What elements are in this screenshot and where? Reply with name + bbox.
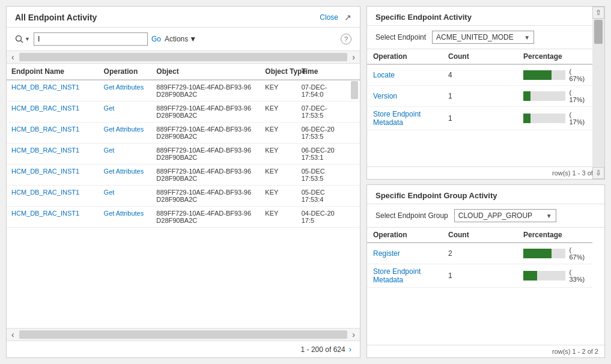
endpoint-scroll-down[interactable]: ⇩ xyxy=(592,167,604,179)
specific-group-title: Specific Endpoint Group Activity xyxy=(367,185,604,204)
table-container: ‹ › Endpoint Name Operation Object Objec… xyxy=(7,51,360,357)
group-select-row: Select Endpoint Group CLOUD_APP_GROUP ▼ xyxy=(367,204,604,228)
col-header-time: Time xyxy=(297,64,350,80)
bar-fill xyxy=(523,271,537,281)
table-row[interactable]: Store Endpoint Metadata 1 ( 17%) xyxy=(367,107,592,130)
horizontal-scrollbar[interactable] xyxy=(19,53,348,61)
cell-endpoint: HCM_DB_RAC_INST1 xyxy=(7,186,99,207)
group-chevron-icon: ▼ xyxy=(546,213,552,219)
panel-header-actions: Close ↗ xyxy=(320,13,351,22)
row-scrollbar xyxy=(349,123,360,144)
cell-endpoint: HCM_DB_RAC_INST1 xyxy=(7,102,99,123)
cell-operation: Register xyxy=(367,243,442,264)
endpoint-select-label: Select Endpoint xyxy=(375,33,426,41)
search-icon xyxy=(15,35,23,43)
cell-objtype: KEY xyxy=(260,80,296,102)
cell-percentage: ( 17%) xyxy=(517,107,592,130)
svg-point-0 xyxy=(16,36,22,41)
specific-endpoint-title: Specific Endpoint Activity xyxy=(367,7,604,26)
go-button[interactable]: Go xyxy=(151,35,161,43)
bar-track xyxy=(523,91,565,101)
group-select-dropdown[interactable]: CLOUD_APP_GROUP ▼ xyxy=(454,209,556,222)
cell-endpoint: HCM_DB_RAC_INST1 xyxy=(7,207,99,228)
cell-count: 4 xyxy=(442,64,517,86)
cell-object: 889FF729-10AE-4FAD-BF93-96D28F90BA2C xyxy=(151,123,260,144)
horizontal-scrollbar-bottom[interactable] xyxy=(19,330,348,339)
bar-fill xyxy=(523,70,552,80)
table-footer: 1 - 200 of 624 › xyxy=(7,341,360,357)
table-row[interactable]: Register 2 ( 67%) xyxy=(367,243,592,264)
col-header-object: Object xyxy=(151,64,260,80)
cell-time: 04-DEC-20 17:5 xyxy=(297,207,350,228)
cell-operation: Get Attributes xyxy=(99,207,152,228)
table-row[interactable]: Store Endpoint Metadata 1 ( 33%) xyxy=(367,264,592,288)
row-scrollbar xyxy=(349,165,360,186)
pagination-label: 1 - 200 of 624 xyxy=(301,345,345,354)
table-row[interactable]: HCM_DB_RAC_INST1 Get 889FF729-10AE-4FAD-… xyxy=(7,144,360,165)
cell-objtype: KEY xyxy=(260,186,296,207)
table-row[interactable]: Locate 4 ( 67%) xyxy=(367,64,592,86)
cell-time: 07-DEC-17:54:0 xyxy=(297,80,350,102)
table-row[interactable]: Version 1 ( 17%) xyxy=(367,86,592,107)
grp-col-count: Count xyxy=(442,228,517,243)
cell-object: 889FF729-10AE-4FAD-BF93-96D28F90BA2C xyxy=(151,207,260,228)
specific-group-section: Specific Endpoint Group Activity Select … xyxy=(366,184,605,358)
next-page-button[interactable]: › xyxy=(349,345,351,354)
cell-percentage: ( 67%) xyxy=(517,243,592,264)
endpoint-select-dropdown[interactable]: ACME_UNITED_MODE ▼ xyxy=(432,31,534,44)
cell-objtype: KEY xyxy=(260,123,296,144)
scroll-left-button[interactable]: ‹ xyxy=(9,52,17,62)
scroll-right-button[interactable]: › xyxy=(350,52,357,62)
table-row[interactable]: HCM_DB_RAC_INST1 Get 889FF729-10AE-4FAD-… xyxy=(7,186,360,207)
search-dropdown-arrow[interactable]: ▼ xyxy=(25,36,30,42)
cell-percentage: ( 17%) xyxy=(517,86,592,107)
group-footer: row(s) 1 - 2 of 2 xyxy=(367,345,604,357)
cell-count: 1 xyxy=(442,107,517,130)
cell-operation: Store Endpoint Metadata xyxy=(367,264,442,288)
table-row[interactable]: HCM_DB_RAC_INST1 Get Attributes 889FF729… xyxy=(7,123,360,144)
cell-time: 06-DEC-20 17:53:5 xyxy=(297,123,350,144)
scroll-left-bottom-button[interactable]: ‹ xyxy=(9,330,17,339)
endpoint-scroll-up[interactable]: ⇧ xyxy=(592,7,604,19)
cell-endpoint: HCM_DB_RAC_INST1 xyxy=(7,144,99,165)
search-input[interactable] xyxy=(34,32,148,46)
cell-time: 05-DEC 17:53:5 xyxy=(297,165,350,186)
endpoint-table-wrapper: Operation Count Percentage Locate 4 ( 67… xyxy=(367,49,604,166)
main-table: Endpoint Name Operation Object Object Ty… xyxy=(7,64,360,228)
scroll-right-bottom-button[interactable]: › xyxy=(350,330,357,339)
cell-endpoint: HCM_DB_RAC_INST1 xyxy=(7,80,99,102)
specific-endpoint-section: Specific Endpoint Activity Select Endpoi… xyxy=(366,6,605,180)
table-row[interactable]: HCM_DB_RAC_INST1 Get 889FF729-10AE-4FAD-… xyxy=(7,102,360,123)
actions-button[interactable]: Actions ▼ xyxy=(165,35,196,43)
cell-operation: Get Attributes xyxy=(99,123,152,144)
bar-fill xyxy=(523,91,530,101)
bar-track xyxy=(523,271,565,281)
row-scrollbar xyxy=(349,80,360,102)
search-button[interactable] xyxy=(15,35,23,43)
expand-icon[interactable]: ↗ xyxy=(344,13,351,22)
col-header-objtype: Object Type xyxy=(260,64,296,80)
table-row[interactable]: HCM_DB_RAC_INST1 Get Attributes 889FF729… xyxy=(7,80,360,102)
cell-count: 1 xyxy=(442,86,517,107)
right-panel: Specific Endpoint Activity Select Endpoi… xyxy=(366,6,605,358)
close-link[interactable]: Close xyxy=(320,13,338,22)
cell-percentage: ( 33%) xyxy=(517,264,592,288)
grp-col-operation: Operation xyxy=(367,228,442,243)
group-table: Operation Count Percentage Register 2 ( … xyxy=(367,228,592,288)
bar-fill xyxy=(523,249,552,258)
col-header-endpoint: Endpoint Name xyxy=(7,64,99,80)
table-row[interactable]: HCM_DB_RAC_INST1 Get Attributes 889FF729… xyxy=(7,207,360,228)
grp-col-percentage: Percentage xyxy=(517,228,592,243)
endpoint-scrollbar-thumb[interactable] xyxy=(594,20,603,44)
bar-track xyxy=(523,70,565,80)
cell-time: 07-DEC-17:53:5 xyxy=(297,102,350,123)
cell-object: 889FF729-10AE-4FAD-BF93-96D28F90BA2C xyxy=(151,144,260,165)
panel-title: All Endpoint Activity xyxy=(15,13,97,22)
help-icon[interactable]: ? xyxy=(341,34,351,44)
table-row[interactable]: HCM_DB_RAC_INST1 Get Attributes 889FF729… xyxy=(7,165,360,186)
cell-operation: Get Attributes xyxy=(99,165,152,186)
ep-col-count: Count xyxy=(442,49,517,64)
bottom-scroll-row: ‹ › xyxy=(7,328,360,341)
bar-track xyxy=(523,114,565,123)
cell-count: 2 xyxy=(442,243,517,264)
